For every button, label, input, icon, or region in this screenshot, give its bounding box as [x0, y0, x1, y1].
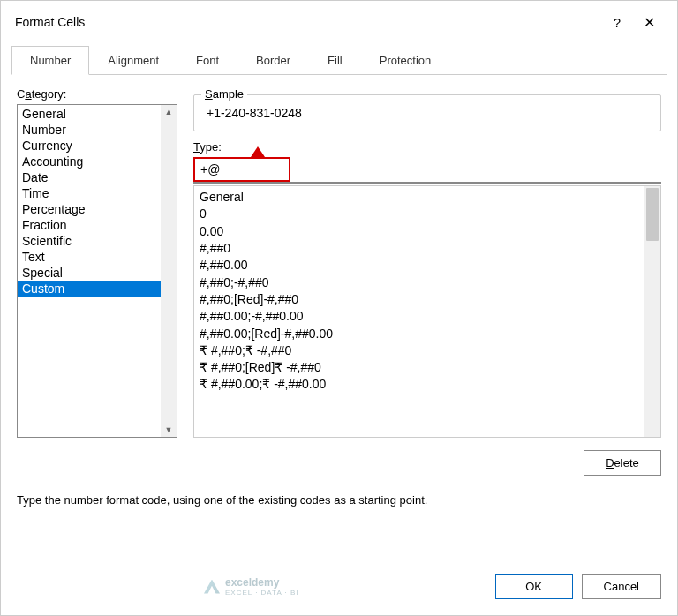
format-item[interactable]: #,##0 — [200, 240, 639, 257]
category-item-special[interactable]: Special — [18, 265, 161, 281]
format-item[interactable]: #,##0;-#,##0 — [200, 274, 639, 291]
scroll-up-icon[interactable]: ▲ — [165, 108, 173, 116]
format-item[interactable]: 0 — [200, 206, 639, 222]
category-item-percentage[interactable]: Percentage — [18, 201, 161, 217]
format-item[interactable]: ₹ #,##0.00;₹ -#,##0.00 — [200, 376, 639, 393]
description-text: Type the number format code, using one o… — [17, 493, 661, 507]
tab-fill[interactable]: Fill — [309, 46, 361, 75]
format-item[interactable]: #,##0.00 — [200, 257, 639, 274]
watermark-name: exceldemy — [225, 576, 279, 589]
category-item-time[interactable]: Time — [18, 185, 161, 201]
ok-button[interactable]: OK — [495, 574, 573, 599]
format-item[interactable]: General — [200, 189, 639, 206]
category-item-fraction[interactable]: Fraction — [18, 217, 161, 233]
format-list[interactable]: General 0 0.00 #,##0 #,##0.00 #,##0;-#,#… — [193, 185, 661, 438]
scroll-down-icon[interactable]: ▼ — [165, 425, 173, 434]
close-button[interactable]: ✕ — [633, 10, 665, 34]
format-cells-dialog: Format Cells ? ✕ Number Alignment Font B… — [0, 0, 678, 616]
format-item[interactable]: #,##0.00;-#,##0.00 — [200, 308, 639, 325]
category-scrollbar[interactable]: ▲ ▼ — [161, 105, 177, 437]
dialog-title: Format Cells — [15, 15, 601, 29]
category-item-date[interactable]: Date — [18, 169, 161, 185]
format-item[interactable]: 0.00 — [200, 223, 639, 240]
cancel-button[interactable]: Cancel — [582, 574, 661, 599]
tab-bar: Number Alignment Font Border Fill Protec… — [11, 45, 667, 75]
category-item-text[interactable]: Text — [18, 249, 161, 265]
category-item-scientific[interactable]: Scientific — [18, 233, 161, 249]
format-scrollbar[interactable] — [644, 186, 660, 437]
content-area: Category: General Number Currency Accoun… — [1, 75, 677, 565]
format-item[interactable]: #,##0.00;[Red]-#,##0.00 — [200, 326, 639, 342]
tab-protection[interactable]: Protection — [361, 46, 450, 75]
tab-alignment[interactable]: Alignment — [89, 46, 177, 75]
sample-group: Sample +1-240-831-0248 — [193, 94, 661, 131]
category-listbox[interactable]: General Number Currency Accounting Date … — [17, 104, 177, 438]
sample-value: +1-240-831-0248 — [205, 106, 650, 120]
category-item-general[interactable]: General — [18, 106, 161, 122]
tab-font[interactable]: Font — [177, 46, 237, 75]
watermark-sub: EXCEL · DATA · BI — [225, 589, 299, 597]
format-item[interactable]: #,##0;[Red]-#,##0 — [200, 291, 639, 308]
category-item-number[interactable]: Number — [18, 122, 161, 138]
category-item-accounting[interactable]: Accounting — [18, 154, 161, 169]
help-button[interactable]: ? — [601, 10, 633, 34]
type-input-highlight — [193, 157, 290, 182]
type-input[interactable] — [195, 159, 289, 180]
category-list[interactable]: General Number Currency Accounting Date … — [18, 105, 161, 437]
category-item-custom[interactable]: Custom — [18, 281, 161, 297]
category-item-currency[interactable]: Currency — [18, 138, 161, 154]
scrollbar-thumb[interactable] — [646, 188, 659, 241]
tab-border[interactable]: Border — [237, 46, 309, 75]
tab-number[interactable]: Number — [11, 46, 89, 75]
format-item[interactable]: ₹ #,##0;₹ -#,##0 — [200, 342, 639, 359]
type-input-row — [193, 157, 661, 184]
footer: exceldemy EXCEL · DATA · BI OK Cancel — [1, 565, 677, 615]
watermark: exceldemy EXCEL · DATA · BI — [17, 576, 486, 597]
format-item[interactable]: ₹ #,##0;[Red]₹ -#,##0 — [200, 359, 639, 376]
watermark-icon — [204, 580, 220, 594]
type-label: Type: — [193, 140, 661, 154]
titlebar: Format Cells ? ✕ — [1, 1, 677, 41]
category-label: Category: — [17, 87, 177, 101]
sample-label: Sample — [201, 87, 247, 101]
delete-button[interactable]: Delete — [584, 450, 661, 476]
